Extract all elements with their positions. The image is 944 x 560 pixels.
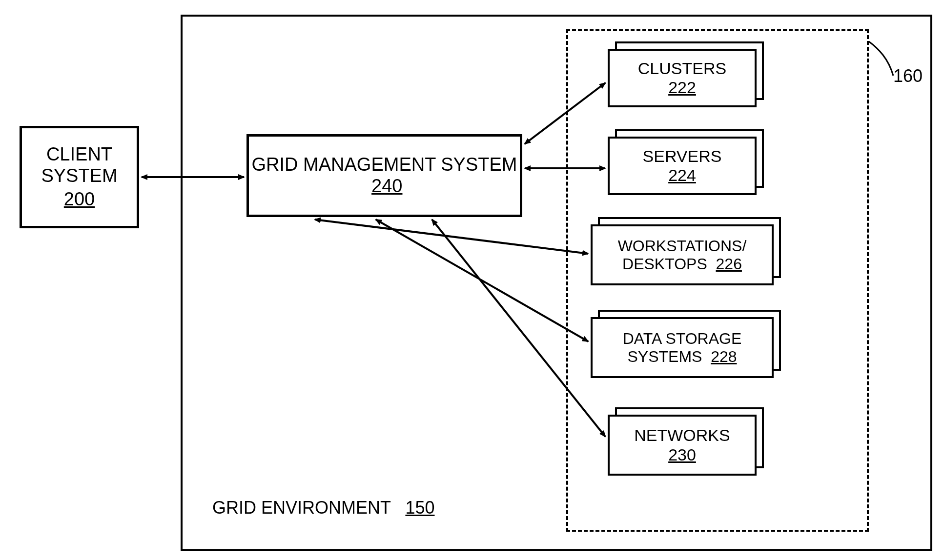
servers-title: SERVERS — [643, 147, 722, 166]
grid-management-box: GRID MANAGEMENT SYSTEM 240 — [246, 134, 522, 217]
workstations-box: WORKSTATIONS/ DESKTOPS 226 — [591, 224, 774, 285]
diagram-canvas: GRID ENVIRONMENT 150 CLIENT SYSTEM 200 G… — [0, 0, 944, 560]
clusters-ref: 222 — [668, 78, 696, 97]
client-system-box: CLIENT SYSTEM 200 — [20, 126, 139, 228]
grid-management-ref: 240 — [371, 176, 402, 196]
data-storage-ref: 228 — [711, 348, 737, 365]
grid-environment-label: GRID ENVIRONMENT 150 — [212, 498, 435, 518]
data-storage-box: DATA STORAGE SYSTEMS 228 — [591, 317, 774, 378]
grid-environment-title: GRID ENVIRONMENT — [212, 498, 390, 518]
networks-title: NETWORKS — [634, 426, 730, 445]
networks-box: NETWORKS 230 — [608, 415, 757, 476]
client-system-title: CLIENT SYSTEM — [22, 144, 137, 186]
servers-ref: 224 — [668, 166, 696, 185]
workstations-title: WORKSTATIONS/ DESKTOPS 226 — [593, 237, 772, 273]
servers-box: SERVERS 224 — [608, 137, 757, 195]
resource-group-ref: 160 — [893, 66, 923, 86]
grid-environment-ref: 150 — [405, 498, 434, 518]
clusters-title: CLUSTERS — [638, 59, 726, 78]
workstations-ref: 226 — [716, 255, 742, 273]
networks-ref: 230 — [668, 445, 696, 464]
grid-management-title: GRID MANAGEMENT SYSTEM 240 — [249, 154, 520, 197]
grid-management-title-text: GRID MANAGEMENT SYSTEM — [251, 154, 517, 175]
client-system-ref: 200 — [64, 189, 95, 210]
clusters-box: CLUSTERS 222 — [608, 49, 757, 107]
data-storage-title: DATA STORAGE SYSTEMS 228 — [593, 330, 772, 366]
